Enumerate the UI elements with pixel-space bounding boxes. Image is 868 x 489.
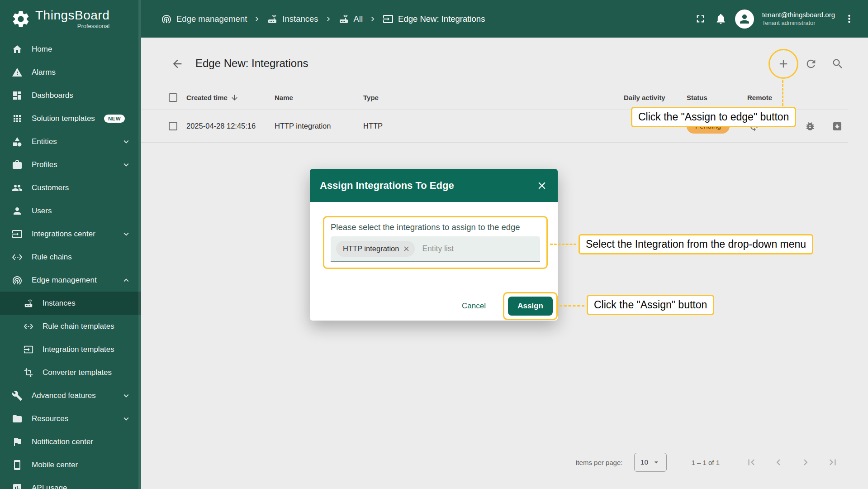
column-daily-activity: Daily activity (624, 94, 687, 101)
chart-icon (12, 483, 23, 489)
select-all-checkbox[interactable] (169, 93, 177, 102)
chevron-down-icon (121, 160, 131, 170)
selected-integration-chip[interactable]: HTTP integration (336, 241, 415, 257)
items-per-page-value: 10 (640, 458, 648, 466)
last-page-button[interactable] (824, 453, 842, 471)
assign-button[interactable]: Assign (508, 297, 553, 316)
sidebar-item-instances[interactable]: Instances (0, 292, 141, 315)
sidebar-item-label: Profiles (32, 160, 57, 169)
sidebar-item-label: Users (32, 206, 52, 216)
sidebar-item-users[interactable]: Users (0, 199, 141, 222)
column-type[interactable]: Type (363, 94, 624, 101)
sidebar-item-profiles[interactable]: Profiles (0, 153, 141, 176)
next-page-button[interactable] (797, 453, 815, 471)
sidebar-item-customers[interactable]: Customers (0, 176, 141, 199)
column-label: Created time (186, 94, 228, 101)
people-icon (12, 182, 23, 193)
sidebar-item-entities[interactable]: Entities (0, 130, 141, 153)
sidebar-item-notification-center[interactable]: Notification center (0, 430, 141, 453)
sidebar-item-label: Customers (32, 183, 69, 192)
sidebar-item-edge-management[interactable]: Edge management (0, 268, 141, 292)
sidebar-item-alarms[interactable]: Alarms (0, 61, 141, 84)
sidebar-item-converter-templates[interactable]: Converter templates (0, 361, 141, 384)
dialog-close-icon[interactable] (536, 180, 548, 192)
first-page-button[interactable] (742, 453, 760, 471)
sidebar-item-label: API usage (32, 484, 67, 489)
sidebar-item-label: Integration templates (43, 345, 114, 354)
assign-integrations-dialog: Assign Integrations To Edge Please selec… (310, 169, 558, 321)
back-button[interactable] (171, 58, 184, 70)
sidebar-item-label: Integrations center (32, 230, 95, 239)
cancel-button[interactable]: Cancel (454, 297, 494, 316)
avatar[interactable] (735, 10, 754, 29)
chip-label: HTTP integration (343, 244, 399, 253)
sidebar-item-label: Rule chains (32, 253, 72, 262)
page-title: Edge New: Integrations (195, 57, 308, 70)
column-name[interactable]: Name (275, 94, 363, 101)
cell-name: HTTP integration (275, 122, 363, 130)
notifications-bell-icon[interactable] (715, 13, 727, 25)
sidebar-item-solution-templates[interactable]: Solution templatesNEW (0, 107, 141, 130)
column-remote: Remote (747, 94, 848, 101)
sidebar-item-resources[interactable]: Resources (0, 407, 141, 430)
sidebar-item-label: Home (32, 45, 52, 54)
user-email: tenant@thingsboard.org (762, 11, 835, 19)
sidebar: ThingsBoard Professional HomeAlarmsDashb… (0, 0, 141, 489)
annotation-click-assign: Click the "Assign" button (587, 295, 714, 315)
breadcrumb-all[interactable]: All (338, 14, 363, 24)
field-annotation-outline: Please select the integrations to assign… (323, 216, 548, 269)
top-bar: Edge management Instances All Edge New: … (141, 0, 868, 38)
input-icon (12, 229, 23, 240)
briefcase-icon (12, 159, 23, 170)
dialog-title: Assign Integrations To Edge (320, 180, 454, 192)
sidebar-item-advanced-features[interactable]: Advanced features (0, 384, 141, 407)
category-icon (12, 136, 23, 147)
dialog-header: Assign Integrations To Edge (310, 169, 558, 202)
sidebar-item-rule-chains[interactable]: Rule chains (0, 245, 141, 268)
sidebar-item-integration-templates[interactable]: Integration templates (0, 338, 141, 361)
table-header: Created time Name Type Daily activity St… (141, 85, 848, 110)
sidebar-item-home[interactable]: Home (0, 38, 141, 61)
export-integration-icon[interactable] (832, 121, 843, 132)
topbar-right: tenant@thingsboard.org Tenant administra… (694, 10, 868, 29)
brand-edition: Professional (35, 23, 109, 29)
sidebar-item-rule-chain-templates[interactable]: Rule chain templates (0, 315, 141, 338)
search-button[interactable] (831, 58, 844, 70)
integrations-select-field[interactable]: HTTP integration Entity list (331, 236, 540, 262)
chip-remove-icon[interactable] (403, 245, 410, 253)
new-badge: NEW (104, 115, 125, 123)
previous-page-button[interactable] (769, 453, 787, 471)
chevron-down-icon (121, 391, 131, 401)
sidebar-item-mobile-center[interactable]: Mobile center (0, 453, 141, 476)
sidebar-item-integrations-center[interactable]: Integrations center (0, 222, 141, 245)
alarm-icon (12, 67, 23, 78)
dashboard-icon (12, 90, 23, 101)
debug-events-icon[interactable] (805, 121, 816, 132)
column-status: Status (687, 94, 747, 101)
kebab-menu-icon[interactable] (843, 13, 855, 25)
assign-to-edge-button[interactable] (777, 58, 790, 70)
breadcrumb-edge-new-integrations[interactable]: Edge New: Integrations (383, 14, 485, 24)
breadcrumb-instances[interactable]: Instances (267, 14, 318, 24)
breadcrumb-label: All (354, 14, 363, 24)
breadcrumb-edge-management[interactable]: Edge management (161, 14, 247, 24)
wrench-icon (12, 390, 23, 401)
refresh-button[interactable] (805, 58, 817, 70)
row-checkbox[interactable] (169, 122, 177, 130)
sidebar-item-label: Alarms (32, 68, 56, 77)
column-created-time[interactable]: Created time (186, 93, 275, 102)
home-icon (12, 44, 23, 55)
brand-logo[interactable]: ThingsBoard Professional (0, 0, 141, 38)
cell-created-time: 2025-04-28 12:45:16 (186, 122, 275, 130)
entity-list-placeholder: Entity list (422, 244, 454, 254)
folder-icon (12, 413, 23, 424)
sidebar-item-label: Entities (32, 137, 57, 146)
person-icon (12, 206, 23, 216)
sidebar-item-api-usage[interactable]: API usage (0, 476, 141, 489)
items-per-page-select[interactable]: 10 (634, 453, 667, 472)
apps-icon (12, 113, 23, 124)
sidebar-item-dashboards[interactable]: Dashboards (0, 84, 141, 107)
page-prev-icon (773, 456, 784, 468)
breadcrumb: Edge management Instances All Edge New: … (141, 14, 485, 24)
fullscreen-icon[interactable] (694, 13, 707, 25)
